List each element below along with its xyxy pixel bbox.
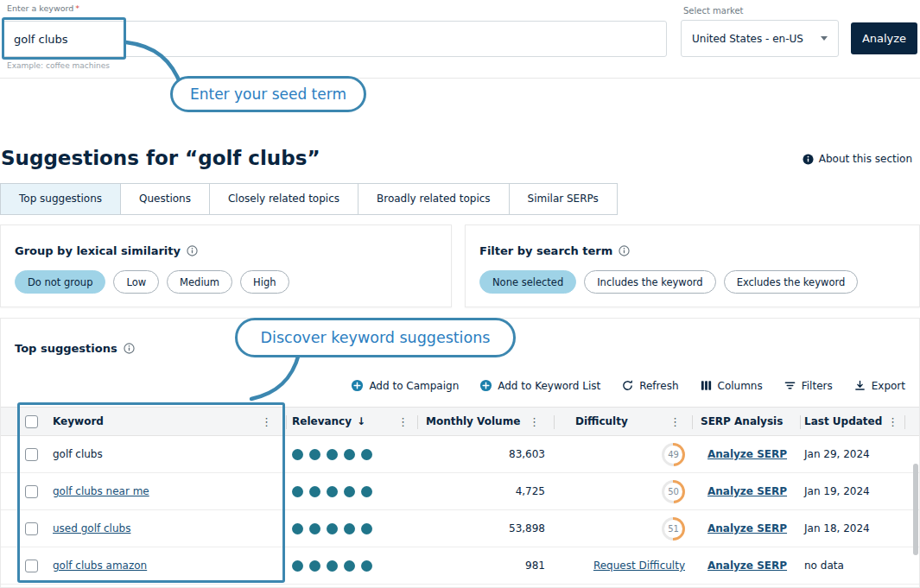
info-icon[interactable] bbox=[187, 245, 198, 256]
tab-questions[interactable]: Questions bbox=[120, 183, 210, 215]
monthly-volume-cell: 4,725 bbox=[516, 485, 545, 497]
export-button[interactable]: Export bbox=[853, 379, 905, 392]
table-toolbar: Add to Campaign Add to Keyword List Refr… bbox=[351, 379, 905, 392]
seed-term-callout: Enter your seed term bbox=[170, 76, 366, 112]
info-icon[interactable] bbox=[619, 245, 630, 256]
analyze-button[interactable]: Analyze bbox=[851, 22, 917, 54]
keyword-label: Enter a keyword* bbox=[7, 3, 79, 13]
keyword-link[interactable]: golf clubs near me bbox=[53, 485, 149, 497]
row-checkbox[interactable] bbox=[25, 448, 38, 461]
plus-circle-icon bbox=[479, 379, 492, 392]
suggestions-table: Keyword Relevancy Monthly Volume Diffic bbox=[1, 407, 920, 585]
column-separator bbox=[692, 415, 693, 429]
difficulty-gauge[interactable]: 51 bbox=[662, 517, 685, 541]
info-filled-icon bbox=[803, 154, 814, 165]
group-by-options: Do not group Low Medium High bbox=[15, 270, 289, 294]
keyword-link[interactable]: used golf clubs bbox=[53, 522, 130, 534]
market-value: United States - en-US bbox=[692, 33, 803, 45]
suggestion-tabs: Top suggestions Questions Closely relate… bbox=[0, 183, 618, 215]
filter-title: Filter by search term bbox=[479, 244, 630, 257]
pill-medium[interactable]: Medium bbox=[167, 270, 232, 294]
info-icon[interactable] bbox=[124, 343, 135, 354]
relevancy-dots bbox=[292, 449, 378, 460]
keyword-cell: golf clubs bbox=[53, 448, 103, 460]
column-header-relevancy[interactable]: Relevancy bbox=[292, 415, 352, 427]
market-dropdown[interactable]: United States - en-US bbox=[681, 20, 839, 57]
column-header-keyword[interactable]: Keyword bbox=[53, 415, 104, 427]
refresh-button[interactable]: Refresh bbox=[621, 379, 678, 392]
column-menu-icon[interactable] bbox=[261, 415, 272, 428]
page-title: Suggestions for “golf clubs” bbox=[1, 147, 320, 169]
columns-icon bbox=[700, 379, 713, 392]
plus-circle-icon bbox=[351, 379, 364, 392]
vertical-scrollbar[interactable] bbox=[913, 464, 918, 555]
row-checkbox[interactable] bbox=[25, 522, 38, 535]
required-asterisk: * bbox=[75, 3, 79, 13]
sort-descending-icon[interactable] bbox=[357, 415, 365, 427]
tab-broadly-related-topics[interactable]: Broadly related topics bbox=[358, 183, 510, 215]
analyze-serp-link[interactable]: Analyze SERP bbox=[707, 522, 787, 534]
discover-suggestions-callout: Discover keyword suggestions bbox=[235, 318, 516, 357]
pill-none-selected[interactable]: None selected bbox=[479, 270, 576, 294]
relevancy-dots bbox=[292, 523, 378, 534]
pill-do-not-group[interactable]: Do not group bbox=[15, 270, 105, 294]
column-menu-icon[interactable] bbox=[887, 415, 898, 428]
analyze-serp-link[interactable]: Analyze SERP bbox=[707, 448, 787, 460]
group-by-panel: Group by lexical similarity Do not group… bbox=[0, 224, 452, 307]
about-this-section-label: About this section bbox=[819, 153, 912, 165]
last-updated-cell: Jan 18, 2024 bbox=[804, 522, 870, 534]
add-to-campaign-button[interactable]: Add to Campaign bbox=[351, 379, 459, 392]
column-menu-icon[interactable] bbox=[397, 415, 409, 428]
difficulty-gauge[interactable]: 50 bbox=[662, 480, 685, 503]
last-updated-cell: Jan 29, 2024 bbox=[804, 448, 870, 460]
table-header-row: Keyword Relevancy Monthly Volume Diffic bbox=[1, 407, 920, 436]
search-header: Enter a keyword* Example: coffee machine… bbox=[0, 0, 920, 79]
keyword-research-page: Enter a keyword* Example: coffee machine… bbox=[0, 0, 920, 588]
monthly-volume-cell: 981 bbox=[525, 560, 545, 572]
download-icon bbox=[853, 379, 866, 392]
filter-panel: Filter by search term None selected Incl… bbox=[465, 224, 920, 307]
column-header-monthly-volume[interactable]: Monthly Volume bbox=[426, 415, 520, 427]
column-header-difficulty[interactable]: Difficulty bbox=[575, 415, 628, 427]
refresh-icon bbox=[621, 379, 634, 392]
column-separator bbox=[800, 415, 801, 429]
columns-button[interactable]: Columns bbox=[700, 379, 763, 392]
pill-high[interactable]: High bbox=[240, 270, 289, 294]
column-separator bbox=[904, 415, 905, 429]
analyze-serp-link[interactable]: Analyze SERP bbox=[707, 485, 787, 497]
filters-button[interactable]: Filters bbox=[784, 379, 833, 392]
filter-funnel-icon bbox=[784, 379, 796, 392]
last-updated-cell: Jan 19, 2024 bbox=[804, 485, 870, 497]
request-difficulty-link[interactable]: Request Difficulty bbox=[593, 560, 685, 572]
pill-excludes-keyword[interactable]: Excludes the keyword bbox=[724, 270, 859, 294]
analyze-serp-link[interactable]: Analyze SERP bbox=[707, 560, 787, 572]
table-row: used golf clubs 53,898 51 Analyze SERP J… bbox=[1, 510, 920, 547]
filter-options: None selected Includes the keyword Exclu… bbox=[479, 270, 858, 294]
pill-low[interactable]: Low bbox=[113, 270, 159, 294]
row-checkbox[interactable] bbox=[25, 560, 38, 572]
column-menu-icon[interactable] bbox=[529, 415, 540, 428]
difficulty-gauge[interactable]: 49 bbox=[662, 443, 685, 466]
keyword-input[interactable] bbox=[3, 21, 667, 57]
group-by-title: Group by lexical similarity bbox=[15, 244, 198, 257]
keyword-example-hint: Example: coffee machines bbox=[7, 61, 110, 70]
tab-closely-related-topics[interactable]: Closely related topics bbox=[209, 183, 358, 215]
row-checkbox[interactable] bbox=[25, 485, 38, 498]
column-header-serp-analysis[interactable]: SERP Analysis bbox=[701, 415, 783, 427]
tab-similar-serps[interactable]: Similar SERPs bbox=[509, 183, 618, 215]
pill-includes-keyword[interactable]: Includes the keyword bbox=[584, 270, 715, 294]
tab-top-suggestions[interactable]: Top suggestions bbox=[0, 183, 121, 215]
table-row: golf clubs amazon 981 Request Difficulty… bbox=[1, 547, 920, 585]
suggestions-table-card: Top suggestions Add to Campaign Add to K… bbox=[0, 318, 920, 588]
column-header-last-updated[interactable]: Last Updated bbox=[804, 415, 882, 427]
column-menu-icon[interactable] bbox=[669, 415, 681, 428]
relevancy-dots bbox=[292, 486, 378, 497]
monthly-volume-cell: 83,603 bbox=[509, 448, 545, 460]
table-row: golf clubs 83,603 49 Analyze SERP Jan 29… bbox=[1, 436, 920, 473]
table-title: Top suggestions bbox=[15, 342, 135, 355]
about-this-section-link[interactable]: About this section bbox=[803, 153, 912, 165]
keyword-link[interactable]: golf clubs amazon bbox=[53, 560, 147, 572]
select-all-checkbox[interactable] bbox=[25, 415, 38, 428]
add-to-keyword-list-button[interactable]: Add to Keyword List bbox=[479, 379, 600, 392]
column-separator bbox=[554, 415, 555, 429]
